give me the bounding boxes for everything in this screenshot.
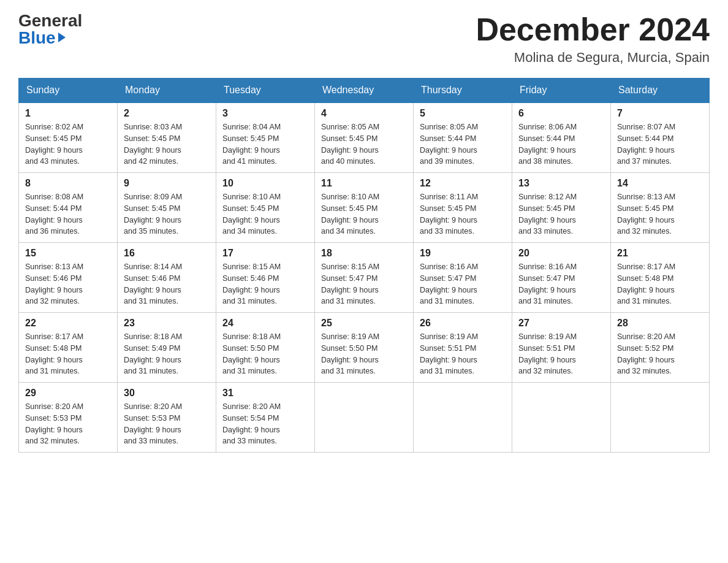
sunset-text: Sunset: 5:44 PM [25,204,82,213]
table-row: 14 Sunrise: 8:13 AM Sunset: 5:45 PM Dayl… [611,173,710,243]
daylight-text: Daylight: 9 hours [617,356,675,364]
day-number: 14 [617,178,703,189]
minutes-text: and 36 minutes. [25,227,80,236]
minutes-text: and 37 minutes. [617,157,672,166]
table-row: 4 Sunrise: 8:05 AM Sunset: 5:45 PM Dayli… [315,102,414,173]
minutes-text: and 32 minutes. [25,437,80,445]
minutes-text: and 31 minutes. [617,297,672,305]
day-info: Sunrise: 8:19 AM Sunset: 5:51 PM Dayligh… [518,331,604,377]
sunrise-text: Sunrise: 8:20 AM [222,402,281,411]
table-row: 12 Sunrise: 8:11 AM Sunset: 5:45 PM Dayl… [414,173,512,243]
sunrise-text: Sunrise: 8:12 AM [518,193,577,201]
week-row-2: 8 Sunrise: 8:08 AM Sunset: 5:44 PM Dayli… [19,173,710,243]
header-tuesday: Tuesday [216,79,315,103]
daylight-text: Daylight: 9 hours [222,356,280,364]
minutes-text: and 33 minutes. [420,227,474,236]
day-info: Sunrise: 8:08 AM Sunset: 5:44 PM Dayligh… [25,191,111,237]
sunrise-text: Sunrise: 8:20 AM [124,402,182,411]
minutes-text: and 32 minutes. [617,227,672,236]
daylight-text: Daylight: 9 hours [617,146,675,155]
title-area: December 2024 Molina de Segura, Murcia, … [476,12,710,66]
daylight-text: Daylight: 9 hours [321,216,379,224]
table-row: 28 Sunrise: 8:20 AM Sunset: 5:52 PM Dayl… [611,313,710,383]
day-number: 13 [518,178,604,189]
daylight-text: Daylight: 9 hours [617,286,675,294]
day-info: Sunrise: 8:16 AM Sunset: 5:47 PM Dayligh… [420,261,506,307]
day-info: Sunrise: 8:13 AM Sunset: 5:45 PM Dayligh… [617,191,703,237]
table-row: 15 Sunrise: 8:13 AM Sunset: 5:46 PM Dayl… [19,243,118,313]
daylight-text: Daylight: 9 hours [25,426,83,434]
table-row [512,383,611,453]
day-number: 15 [25,248,111,259]
day-number: 29 [25,388,111,399]
sunset-text: Sunset: 5:45 PM [420,204,476,213]
day-number: 31 [222,388,308,399]
minutes-text: and 38 minutes. [518,157,573,166]
day-info: Sunrise: 8:10 AM Sunset: 5:45 PM Dayligh… [321,191,407,237]
table-row: 13 Sunrise: 8:12 AM Sunset: 5:45 PM Dayl… [512,173,611,243]
table-row: 30 Sunrise: 8:20 AM Sunset: 5:53 PM Dayl… [118,383,216,453]
sunset-text: Sunset: 5:44 PM [420,134,476,143]
sunrise-text: Sunrise: 8:08 AM [25,193,83,201]
day-number: 25 [321,318,407,329]
minutes-text: and 40 minutes. [321,157,376,166]
day-info: Sunrise: 8:19 AM Sunset: 5:51 PM Dayligh… [420,331,506,377]
sunset-text: Sunset: 5:51 PM [420,344,476,353]
sunrise-text: Sunrise: 8:07 AM [617,123,675,131]
day-info: Sunrise: 8:05 AM Sunset: 5:45 PM Dayligh… [321,121,407,167]
sunset-text: Sunset: 5:45 PM [222,204,279,213]
day-number: 8 [25,178,111,189]
logo: General Blue [18,12,82,47]
sunrise-text: Sunrise: 8:04 AM [222,123,281,131]
sunset-text: Sunset: 5:54 PM [222,414,279,423]
daylight-text: Daylight: 9 hours [518,216,576,224]
sunset-text: Sunset: 5:45 PM [25,134,82,143]
sunrise-text: Sunrise: 8:17 AM [25,332,83,341]
sunrise-text: Sunrise: 8:05 AM [321,123,379,131]
day-number: 12 [420,178,506,189]
day-info: Sunrise: 8:18 AM Sunset: 5:50 PM Dayligh… [222,331,308,377]
sunrise-text: Sunrise: 8:18 AM [222,332,281,341]
sunset-text: Sunset: 5:45 PM [124,204,180,213]
day-info: Sunrise: 8:13 AM Sunset: 5:46 PM Dayligh… [25,261,111,307]
daylight-text: Daylight: 9 hours [25,146,83,155]
day-number: 2 [124,108,210,119]
daylight-text: Daylight: 9 hours [124,146,181,155]
sunrise-text: Sunrise: 8:18 AM [124,332,182,341]
day-number: 5 [420,108,506,119]
daylight-text: Daylight: 9 hours [25,286,83,294]
sunset-text: Sunset: 5:50 PM [222,344,279,353]
table-row [611,383,710,453]
minutes-text: and 35 minutes. [124,227,178,236]
daylight-text: Daylight: 9 hours [222,426,280,434]
day-info: Sunrise: 8:15 AM Sunset: 5:46 PM Dayligh… [222,261,308,307]
minutes-text: and 31 minutes. [420,367,474,375]
daylight-text: Daylight: 9 hours [25,216,83,224]
daylight-text: Daylight: 9 hours [420,356,477,364]
day-number: 22 [25,318,111,329]
minutes-text: and 31 minutes. [124,367,178,375]
sunset-text: Sunset: 5:46 PM [222,274,279,283]
day-info: Sunrise: 8:17 AM Sunset: 5:48 PM Dayligh… [617,261,703,307]
day-number: 6 [518,108,604,119]
daylight-text: Daylight: 9 hours [124,426,181,434]
sunrise-text: Sunrise: 8:06 AM [518,123,577,131]
table-row: 21 Sunrise: 8:17 AM Sunset: 5:48 PM Dayl… [611,243,710,313]
minutes-text: and 41 minutes. [222,157,277,166]
daylight-text: Daylight: 9 hours [321,286,379,294]
sunrise-text: Sunrise: 8:10 AM [222,193,281,201]
minutes-text: and 31 minutes. [420,297,474,305]
table-row: 7 Sunrise: 8:07 AM Sunset: 5:44 PM Dayli… [611,102,710,173]
day-info: Sunrise: 8:10 AM Sunset: 5:45 PM Dayligh… [222,191,308,237]
header-wednesday: Wednesday [315,79,414,103]
sunrise-text: Sunrise: 8:16 AM [420,262,478,271]
week-row-3: 15 Sunrise: 8:13 AM Sunset: 5:46 PM Dayl… [19,243,710,313]
table-row: 11 Sunrise: 8:10 AM Sunset: 5:45 PM Dayl… [315,173,414,243]
minutes-text: and 33 minutes. [518,227,573,236]
sunrise-text: Sunrise: 8:11 AM [420,193,478,201]
daylight-text: Daylight: 9 hours [518,356,576,364]
sunset-text: Sunset: 5:52 PM [617,344,673,353]
day-info: Sunrise: 8:03 AM Sunset: 5:45 PM Dayligh… [124,121,210,167]
sunset-text: Sunset: 5:45 PM [617,204,673,213]
table-row: 1 Sunrise: 8:02 AM Sunset: 5:45 PM Dayli… [19,102,118,173]
